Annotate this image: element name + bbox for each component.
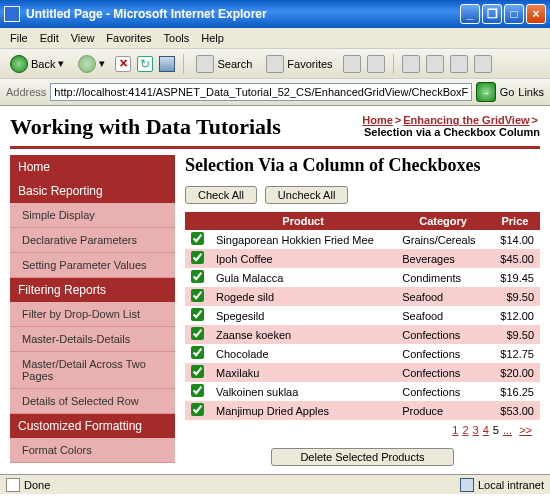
zone-icon bbox=[460, 478, 474, 492]
check-all-button[interactable]: Check All bbox=[185, 186, 257, 204]
cell-price: $19.45 bbox=[490, 268, 540, 287]
pager-current: 5 bbox=[493, 424, 499, 436]
cell-product: Valkoinen suklaa bbox=[210, 382, 396, 401]
mail-icon[interactable] bbox=[402, 55, 420, 73]
address-input[interactable] bbox=[50, 83, 471, 101]
sidebar-header[interactable]: Basic Reporting bbox=[10, 179, 175, 203]
window-titlebar: Untitled Page - Microsoft Internet Explo… bbox=[0, 0, 550, 28]
cell-product: Ipoh Coffee bbox=[210, 249, 396, 268]
sidebar-header[interactable]: Filtering Reports bbox=[10, 278, 175, 302]
cell-category: Grains/Cereals bbox=[396, 230, 490, 249]
row-checkbox[interactable] bbox=[191, 403, 204, 416]
row-checkbox[interactable] bbox=[191, 346, 204, 359]
separator bbox=[393, 54, 394, 74]
refresh-icon[interactable]: ↻ bbox=[137, 56, 153, 72]
row-checkbox[interactable] bbox=[191, 270, 204, 283]
sidebar-item[interactable]: Format Colors bbox=[10, 438, 175, 463]
sidebar-header[interactable]: Customized Formatting bbox=[10, 414, 175, 438]
restore-button[interactable]: ❐ bbox=[482, 4, 502, 24]
page-title: Working with Data Tutorials bbox=[10, 114, 281, 140]
sidebar-item[interactable]: Details of Selected Row bbox=[10, 389, 175, 414]
cell-category: Confections bbox=[396, 382, 490, 401]
cell-category: Seafood bbox=[396, 287, 490, 306]
home-icon[interactable] bbox=[159, 56, 175, 72]
search-button[interactable]: Search bbox=[192, 53, 256, 75]
pager-page[interactable]: 1 bbox=[452, 424, 458, 436]
row-checkbox[interactable] bbox=[191, 327, 204, 340]
links-label[interactable]: Links bbox=[518, 86, 544, 98]
content-heading: Selection Via a Column of Checkboxes bbox=[185, 155, 540, 176]
table-row: MaxilakuConfections$20.00 bbox=[185, 363, 540, 382]
menu-edit[interactable]: Edit bbox=[40, 32, 59, 44]
cell-category: Confections bbox=[396, 325, 490, 344]
cell-price: $53.00 bbox=[490, 401, 540, 420]
sidebar-item[interactable]: Filter by Drop-Down List bbox=[10, 302, 175, 327]
forward-button[interactable]: ▾ bbox=[74, 53, 109, 75]
separator bbox=[183, 54, 184, 74]
row-checkbox[interactable] bbox=[191, 384, 204, 397]
sidebar-item[interactable]: Master-Details-Details bbox=[10, 327, 175, 352]
media-icon[interactable] bbox=[343, 55, 361, 73]
delete-selected-button[interactable]: Delete Selected Products bbox=[271, 448, 453, 466]
table-row: Manjimup Dried ApplesProduce$53.00 bbox=[185, 401, 540, 420]
sidebar-item[interactable]: Declarative Parameters bbox=[10, 228, 175, 253]
menu-tools[interactable]: Tools bbox=[164, 32, 190, 44]
cell-category: Produce bbox=[396, 401, 490, 420]
sidebar-header[interactable]: Home bbox=[10, 155, 175, 179]
breadcrumb-current: Selection via a Checkbox Column bbox=[364, 126, 540, 138]
column-header: Product bbox=[210, 212, 396, 230]
go-button[interactable]: → bbox=[476, 82, 496, 102]
pager: 12345... >> bbox=[185, 420, 540, 440]
cell-category: Beverages bbox=[396, 249, 490, 268]
row-checkbox[interactable] bbox=[191, 251, 204, 264]
discuss-icon[interactable] bbox=[474, 55, 492, 73]
maximize-button[interactable]: □ bbox=[504, 4, 524, 24]
sidebar-item[interactable]: Master/Detail Across Two Pages bbox=[10, 352, 175, 389]
sidebar-item[interactable]: Setting Parameter Values bbox=[10, 253, 175, 278]
pager-next[interactable]: >> bbox=[519, 424, 532, 436]
menu-help[interactable]: Help bbox=[201, 32, 224, 44]
table-row: Rogede sildSeafood$9.50 bbox=[185, 287, 540, 306]
breadcrumb: Home>Enhancing the GridView> Selection v… bbox=[362, 114, 540, 138]
cell-category: Condiments bbox=[396, 268, 490, 287]
cell-price: $12.00 bbox=[490, 306, 540, 325]
pager-page[interactable]: 4 bbox=[483, 424, 489, 436]
row-checkbox[interactable] bbox=[191, 232, 204, 245]
menu-view[interactable]: View bbox=[71, 32, 95, 44]
pager-page[interactable]: 3 bbox=[473, 424, 479, 436]
table-row: Singaporean Hokkien Fried MeeGrains/Cere… bbox=[185, 230, 540, 249]
pager-page[interactable]: 2 bbox=[462, 424, 468, 436]
cell-price: $16.25 bbox=[490, 382, 540, 401]
cell-price: $45.00 bbox=[490, 249, 540, 268]
pager-more[interactable]: ... bbox=[503, 424, 512, 436]
menu-file[interactable]: File bbox=[10, 32, 28, 44]
stop-icon[interactable] bbox=[115, 56, 131, 72]
breadcrumb-section[interactable]: Enhancing the GridView bbox=[403, 114, 529, 126]
window-title: Untitled Page - Microsoft Internet Explo… bbox=[26, 7, 460, 21]
edit-icon[interactable] bbox=[450, 55, 468, 73]
history-icon[interactable] bbox=[367, 55, 385, 73]
favorites-button[interactable]: Favorites bbox=[262, 53, 336, 75]
sidebar-item[interactable]: Simple Display bbox=[10, 203, 175, 228]
status-bar: Done Local intranet bbox=[0, 474, 550, 494]
cell-category: Seafood bbox=[396, 306, 490, 325]
back-button[interactable]: Back ▾ bbox=[6, 53, 68, 75]
uncheck-all-button[interactable]: Uncheck All bbox=[265, 186, 348, 204]
minimize-button[interactable]: _ bbox=[460, 4, 480, 24]
row-checkbox[interactable] bbox=[191, 365, 204, 378]
print-icon[interactable] bbox=[426, 55, 444, 73]
row-checkbox[interactable] bbox=[191, 289, 204, 302]
row-checkbox[interactable] bbox=[191, 308, 204, 321]
menu-favorites[interactable]: Favorites bbox=[106, 32, 151, 44]
breadcrumb-home[interactable]: Home bbox=[362, 114, 393, 126]
ie-icon bbox=[4, 6, 20, 22]
menubar: File Edit View Favorites Tools Help bbox=[0, 28, 550, 49]
column-header: Price bbox=[490, 212, 540, 230]
close-button[interactable]: × bbox=[526, 4, 546, 24]
page-icon bbox=[6, 478, 20, 492]
cell-category: Confections bbox=[396, 363, 490, 382]
back-icon bbox=[10, 55, 28, 73]
star-icon bbox=[266, 55, 284, 73]
go-label: Go bbox=[500, 86, 515, 98]
toolbar: Back ▾ ▾ ↻ Search Favorites bbox=[0, 49, 550, 79]
